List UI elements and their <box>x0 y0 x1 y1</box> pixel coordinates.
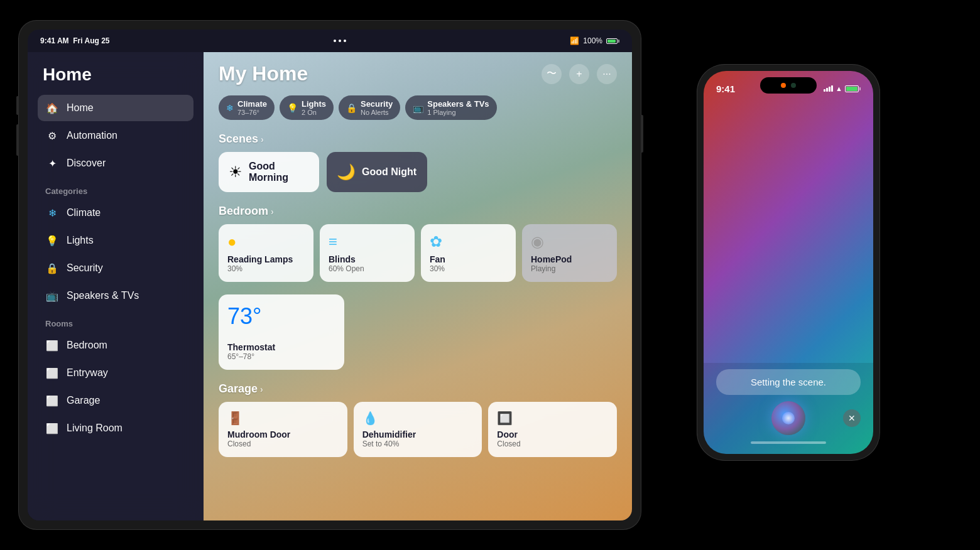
sidebar-item-home-label: Home <box>67 102 94 114</box>
garage-device-grid: 🚪 Mudroom Door Closed 💧 Dehumidifier Set… <box>219 402 617 457</box>
iphone-siri-panel: Setting the scene. ✕ <box>704 363 873 454</box>
iphone-device: 9:41 ▲ Sett <box>697 65 879 460</box>
homepod-name: HomePod <box>531 254 608 264</box>
sidebar-item-security[interactable]: 🔒 Security <box>38 255 193 281</box>
device-dehumidifier[interactable]: 💧 Dehumidifier Set to 40% <box>354 402 482 457</box>
bedroom-icon: ⬜ <box>45 338 59 352</box>
garage-icon: ⬜ <box>45 394 59 407</box>
chip-security[interactable]: 🔒 Security No Alerts <box>339 95 400 120</box>
home-icon: 🏠 <box>45 101 59 115</box>
siri-close-button[interactable]: ✕ <box>843 409 861 427</box>
moon-icon: 🌙 <box>337 163 356 181</box>
sidebar-item-bedroom[interactable]: ⬜ Bedroom <box>38 332 193 359</box>
chip-security-label: Security <box>361 99 393 109</box>
fan-icon: ✿ <box>430 233 507 251</box>
garage-arrow: › <box>260 384 263 394</box>
sidebar-item-bedroom-label: Bedroom <box>67 340 107 351</box>
categories-header: Categories <box>38 178 193 200</box>
scenes-row: ☀ Good Morning 🌙 Good Night <box>219 152 617 192</box>
sidebar-item-discover-label: Discover <box>67 158 106 169</box>
wifi-icon: 📶 <box>570 36 579 45</box>
chip-lights[interactable]: 💡 Lights 2 On <box>280 95 334 120</box>
chip-speakers[interactable]: 📺 Speakers & TVs 1 Playing <box>405 95 496 120</box>
sidebar-item-home[interactable]: 🏠 Home <box>38 95 193 121</box>
chip-lights-label: Lights <box>302 99 326 109</box>
sidebar-item-entryway[interactable]: ⬜ Entryway <box>38 360 193 386</box>
device-mudroom-door[interactable]: 🚪 Mudroom Door Closed <box>219 402 347 457</box>
sidebar-item-discover[interactable]: ✦ Discover <box>38 150 193 176</box>
device-fan[interactable]: ✿ Fan 30% <box>421 224 516 282</box>
sidebar-item-lights[interactable]: 💡 Lights <box>38 227 193 254</box>
scene-good-morning[interactable]: ☀ Good Morning <box>219 152 319 192</box>
home-indicator[interactable] <box>751 441 826 444</box>
homepod-status: Playing <box>531 264 608 273</box>
sidebar-item-climate-label: Climate <box>67 207 101 218</box>
sidebar-item-living-room-label: Living Room <box>67 423 122 434</box>
iphone-wifi-icon: ▲ <box>836 85 842 92</box>
sidebar-item-security-label: Security <box>67 262 103 274</box>
scene-good-night[interactable]: 🌙 Good Night <box>327 152 427 192</box>
sidebar-item-entryway-label: Entryway <box>67 367 108 379</box>
speakers-icon: 📺 <box>45 289 59 303</box>
main-title: My Home <box>219 62 308 85</box>
blinds-name: Blinds <box>329 254 406 264</box>
sun-icon: ☀ <box>229 163 242 181</box>
waveform-button[interactable]: 〜 <box>542 64 562 84</box>
siri-response-text: Setting the scene. <box>716 369 861 395</box>
mudroom-door-status: Closed <box>227 439 339 448</box>
automation-icon: ⚙ <box>45 129 59 143</box>
sidebar-item-automation[interactable]: ⚙ Automation <box>38 122 193 149</box>
device-thermostat[interactable]: 73° Thermostat 65°–78° <box>219 294 344 370</box>
blinds-status: 60% Open <box>329 264 406 273</box>
scene-morning-label: Good Morning <box>249 161 309 183</box>
chip-climate-label: Climate <box>237 99 267 109</box>
scenes-section-title: Scenes › <box>219 132 617 146</box>
sidebar-item-lights-label: Lights <box>67 235 94 246</box>
chip-climate-sub: 73–76° <box>237 109 267 116</box>
living-room-icon: ⬜ <box>45 421 59 435</box>
device-blinds[interactable]: ≡ Blinds 60% Open <box>320 224 415 282</box>
sidebar-item-living-room[interactable]: ⬜ Living Room <box>38 415 193 441</box>
rooms-header: Rooms <box>38 310 193 332</box>
main-header: My Home 〜 + ··· <box>219 62 617 85</box>
thermostat-label: Thermostat <box>227 342 335 352</box>
homepod-icon: ◉ <box>531 233 608 251</box>
status-chips: ❄ Climate 73–76° 💡 Lights 2 On <box>219 95 617 120</box>
main-content: My Home 〜 + ··· ❄ Climate <box>204 52 632 520</box>
scene-night-label: Good Night <box>362 166 416 178</box>
iphone-notch <box>760 77 817 94</box>
dehumidifier-status: Set to 40% <box>362 439 474 448</box>
thermostat-temp: 73° <box>227 303 335 330</box>
iphone-screen: 9:41 ▲ Sett <box>704 71 873 454</box>
sidebar-item-speakers[interactable]: 📺 Speakers & TVs <box>38 283 193 309</box>
discover-icon: ✦ <box>45 156 59 170</box>
reading-lamps-icon: ● <box>227 233 305 251</box>
siri-orb[interactable] <box>771 401 805 435</box>
door-status: Closed <box>497 439 608 448</box>
chip-speakers-sub: 1 Playing <box>427 109 489 116</box>
chip-speakers-label: Speakers & TVs <box>427 99 489 109</box>
sidebar-title: Home <box>38 65 193 85</box>
chip-climate[interactable]: ❄ Climate 73–76° <box>219 95 275 120</box>
sidebar-item-garage[interactable]: ⬜ Garage <box>38 387 193 414</box>
climate-icon: ❄ <box>45 206 59 220</box>
ipad-dot-2 <box>339 40 341 42</box>
dehumidifier-icon: 💧 <box>362 411 474 426</box>
fan-name: Fan <box>430 254 507 264</box>
door-name: Door <box>497 429 608 439</box>
mudroom-door-name: Mudroom Door <box>227 429 339 439</box>
chip-climate-icon: ❄ <box>226 103 234 113</box>
header-actions: 〜 + ··· <box>542 64 617 84</box>
sidebar-item-climate[interactable]: ❄ Climate <box>38 200 193 226</box>
more-button[interactable]: ··· <box>597 64 617 84</box>
iphone-status-bar: 9:41 ▲ <box>704 71 873 99</box>
door-icon: 🔲 <box>497 411 608 426</box>
device-homepod[interactable]: ◉ HomePod Playing <box>522 224 617 282</box>
garage-section-title: Garage › <box>219 382 617 396</box>
ipad-status-bar: 9:41 AM Fri Aug 25 📶 100% <box>28 30 632 52</box>
ipad-screen: 9:41 AM Fri Aug 25 📶 100% Home <box>28 30 632 520</box>
device-door[interactable]: 🔲 Door Closed <box>488 402 617 457</box>
mudroom-icon: 🚪 <box>227 411 339 426</box>
device-reading-lamps[interactable]: ● Reading Lamps 30% <box>219 224 313 282</box>
add-button[interactable]: + <box>569 64 589 84</box>
